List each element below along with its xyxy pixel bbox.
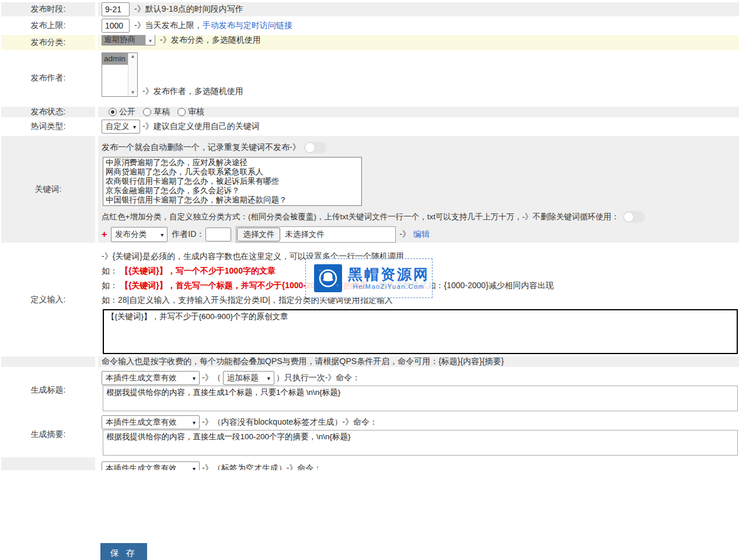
save-button[interactable]: 保 存 bbox=[100, 543, 147, 560]
select-value: 本插件生成文章有效 bbox=[106, 373, 177, 383]
hotword-type-desc: -》建议自定义使用自己的关键词 bbox=[142, 121, 260, 132]
publish-time-desc: -》默认9-18点的时间段内写作 bbox=[134, 4, 243, 15]
plugin-settings-page: 发布时段: -》默认9-18点的时间段内写作 发布上限: -》当天发布上限， 手… bbox=[0, 0, 739, 560]
dedupe-toggle[interactable] bbox=[304, 142, 326, 153]
publish-author-desc: -》发布作者，多选随机使用 bbox=[142, 86, 243, 97]
empty-label bbox=[1, 457, 95, 470]
gen-tag-mid: -》（标签为空才生成）-》命令： bbox=[202, 463, 322, 470]
watermark: 黑帽资源网 HeiMaoZiYuan.Com bbox=[305, 258, 433, 298]
radio-draft[interactable]: 草稿 bbox=[143, 107, 170, 117]
scroll-down-icon[interactable]: ▼ bbox=[131, 90, 135, 95]
edit-arrow-text: -》 bbox=[399, 229, 410, 240]
publish-time-input[interactable] bbox=[102, 2, 130, 16]
author-id-input[interactable] bbox=[205, 228, 231, 242]
form-row-publish-author: 发布作者: admin ▲ ▼ -》发布作者，多选随机使用 bbox=[1, 52, 739, 104]
gen-abstract-mid: -》（内容没有blockquote标签才生成）-》命令： bbox=[202, 417, 378, 428]
radio-selected-icon bbox=[109, 108, 117, 116]
publish-limit-input[interactable] bbox=[102, 19, 130, 33]
add-category-button[interactable]: + bbox=[102, 229, 107, 240]
select-value: 发布分类 bbox=[115, 229, 147, 240]
author-id-label: 作者ID： bbox=[172, 229, 204, 240]
chevron-down-icon: ▾ bbox=[193, 466, 196, 471]
publish-time-label: 发布时段: bbox=[1, 2, 95, 16]
keyword-file-input[interactable]: 选择文件 未选择文件 bbox=[236, 226, 396, 243]
keyword-category-select[interactable]: 发布分类 ▾ bbox=[111, 227, 168, 242]
file-status-text: 未选择文件 bbox=[285, 229, 325, 240]
keywords-toggle-desc: 发布一个就会自动删除一个，记录重复关键词不发布-》 bbox=[102, 142, 301, 153]
form-row-publish-status: 发布状态: 公开 草稿 审核 bbox=[1, 107, 739, 117]
hotword-type-label: 热词类型: bbox=[1, 120, 95, 134]
chevron-down-icon: ▾ bbox=[133, 124, 136, 130]
listbox-scrollbar[interactable]: ▲ ▼ bbox=[145, 35, 155, 45]
scroll-up-icon[interactable]: ▲ bbox=[131, 54, 135, 59]
chevron-down-icon: ▾ bbox=[267, 375, 270, 382]
publish-status-label: 发布状态: bbox=[1, 107, 95, 117]
gen-title-mid1: -》（ bbox=[202, 373, 221, 383]
example-prefix: 如： bbox=[102, 266, 118, 275]
form-row-publish-time: 发布时段: -》默认9-18点的时间段内写作 bbox=[1, 2, 739, 16]
example-prefix: 如： bbox=[102, 281, 118, 290]
publish-category-desc: -》发布分类，多选随机使用 bbox=[160, 35, 261, 46]
gen-tag-mode-select[interactable]: 本插件生成文章有效 ▾ bbox=[102, 461, 200, 470]
watermark-subtitle: HeiMaoZiYuan.Com bbox=[353, 283, 424, 290]
gen-abstract-label: 生成摘要: bbox=[1, 414, 95, 456]
black-hat-logo-icon bbox=[314, 264, 342, 292]
select-value: 追加标题 bbox=[227, 373, 259, 383]
gen-title-mid2: ）只执行一次-》命令： bbox=[276, 373, 361, 383]
form-row-gen-abstract: 生成摘要: 本插件生成文章有效 ▾ -》（内容没有blockquote标签才生成… bbox=[1, 414, 739, 456]
category-multiselect[interactable]: 不分类 网贷逾期 信用卡逾期 逾期协商 ▲ ▼ bbox=[102, 35, 155, 46]
gen-title-command-textarea[interactable]: 根据我提供给你的内容，直接生成1个标题，只要1个标题 \n\n{标题} bbox=[103, 386, 738, 411]
select-value: 本插件生成文章有效 bbox=[106, 417, 177, 428]
edit-link[interactable]: 编辑 bbox=[413, 229, 430, 240]
publish-category-label: 发布分类: bbox=[1, 35, 95, 50]
hotword-type-select[interactable]: 自定义 ▾ bbox=[102, 120, 140, 134]
category-option[interactable]: 逾期协商 bbox=[102, 35, 145, 45]
keywords-hint-text: 点红色+增加分类，自定义独立分类方式：(相同分类会被覆盖)，上传txt关键词文件… bbox=[102, 212, 619, 222]
form-row-gen-title: 生成标题: 本插件生成文章有效 ▾ -》（ 追加标题 ▾ ）只执行一次-》命令：… bbox=[1, 369, 739, 411]
radio-public[interactable]: 公开 bbox=[109, 107, 135, 117]
toggle-knob-icon bbox=[623, 212, 634, 222]
gen-abstract-mode-select[interactable]: 本插件生成文章有效 ▾ bbox=[102, 415, 200, 429]
watermark-title: 黑帽资源网 bbox=[348, 267, 430, 282]
publish-limit-desc: -》当天发布上限， bbox=[134, 20, 203, 31]
example-red-text: 【{关键词}】，写一个不少于1000字的文章 bbox=[120, 266, 276, 275]
radio-review[interactable]: 审核 bbox=[177, 107, 204, 117]
choose-file-button[interactable]: 选择文件 bbox=[237, 228, 280, 242]
manual-publish-link[interactable]: 手动发布与定时访问链接 bbox=[203, 20, 292, 31]
listbox-scrollbar[interactable]: ▲ ▼ bbox=[128, 53, 137, 96]
keywords-textarea[interactable]: 中原消费逾期了怎么办，应对及解决途径 网商贷逾期了怎么办，几天会联系紧急联系人 … bbox=[103, 157, 362, 206]
scroll-down-icon[interactable]: ▼ bbox=[148, 39, 153, 44]
form-row-publish-limit: 发布上限: -》当天发布上限， 手动发布与定时访问链接 bbox=[1, 19, 739, 33]
empty-label bbox=[1, 356, 95, 367]
toggle-knob-icon bbox=[305, 142, 315, 153]
form-row-keywords: 关键词: 发布一个就会自动删除一个，记录重复关键词不发布-》 中原消费逾期了怎么… bbox=[1, 136, 739, 243]
select-value: 本插件生成文章有效 bbox=[106, 463, 177, 470]
keyword-loop-toggle[interactable] bbox=[623, 211, 645, 223]
form-row-command-note: 命令输入也是按字收费的，每个功能都会叠加QPS与费用，请根据QPS条件开启，命令… bbox=[1, 356, 739, 367]
form-row-gen-tag-partial: 本插件生成文章有效 ▾ -》（标签为空才生成）-》命令： bbox=[1, 457, 739, 470]
form-row-hotword-type: 热词类型: 自定义 ▾ -》建议自定义使用自己的关键词 bbox=[1, 120, 739, 134]
define-input-label: 定义输入: bbox=[1, 246, 95, 354]
publish-author-label: 发布作者: bbox=[1, 52, 95, 104]
gen-title-mode-select[interactable]: 本插件生成文章有效 ▾ bbox=[102, 371, 200, 385]
author-option[interactable]: admin bbox=[102, 53, 128, 65]
gen-title-append-select[interactable]: 追加标题 ▾ bbox=[223, 371, 274, 385]
gen-abstract-command-textarea[interactable]: 根据我提供给你的内容，直接生成一段100-200个字的摘要，\n\n{标题} bbox=[103, 430, 738, 456]
radio-label: 草稿 bbox=[154, 107, 170, 117]
radio-icon bbox=[177, 108, 186, 116]
chevron-down-icon: ▾ bbox=[193, 375, 196, 382]
form-row-publish-category: 发布分类: 不分类 网贷逾期 信用卡逾期 逾期协商 ▲ ▼ -》发布分类，多选随… bbox=[1, 35, 739, 50]
radio-label: 审核 bbox=[188, 107, 204, 117]
chevron-down-icon: ▾ bbox=[193, 419, 196, 426]
radio-label: 公开 bbox=[119, 107, 135, 117]
radio-icon bbox=[143, 108, 151, 116]
author-multiselect[interactable]: admin ▲ ▼ bbox=[102, 52, 138, 97]
keywords-label: 关键词: bbox=[1, 136, 95, 243]
gen-title-label: 生成标题: bbox=[1, 369, 95, 411]
chevron-down-icon: ▾ bbox=[161, 232, 163, 238]
command-note-text: 命令输入也是按字收费的，每个功能都会叠加QPS与费用，请根据QPS条件开启，命令… bbox=[102, 356, 504, 367]
select-value: 自定义 bbox=[106, 121, 130, 132]
publish-limit-label: 发布上限: bbox=[1, 19, 95, 33]
define-input-textarea[interactable]: 【{关键词}】，并写不少于{600-900}个字的原创文章 bbox=[103, 309, 738, 354]
